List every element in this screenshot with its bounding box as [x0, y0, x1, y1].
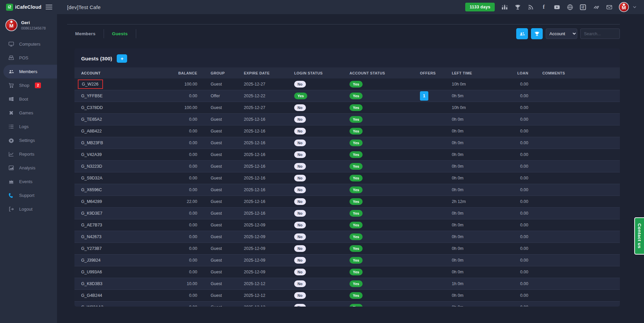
account-status-pill[interactable]: Yes: [350, 292, 363, 299]
table-row[interactable]: G_C378DD100.00Guest2025-12-27NoYes10h 0m…: [74, 102, 620, 114]
sidebar-item-support[interactable]: Support: [0, 189, 57, 202]
login-status-pill[interactable]: No: [294, 210, 306, 217]
account-name[interactable]: G_J39824: [81, 258, 101, 263]
sidebar-item-logs[interactable]: Logs: [0, 120, 57, 133]
account-name[interactable]: G_K8D3B3: [81, 281, 102, 286]
login-status-pill[interactable]: No: [294, 116, 306, 123]
icafe-icon[interactable]: i2: [580, 4, 586, 10]
login-status-pill[interactable]: No: [294, 151, 306, 158]
login-status-pill[interactable]: No: [294, 269, 306, 275]
account-status-pill[interactable]: Yes: [350, 116, 363, 123]
table-row[interactable]: G_U993A60.00Guest2025-12-09NoYes0h 0m0.0…: [74, 266, 620, 278]
app-logo[interactable]: i2 iCafeCloud: [6, 4, 42, 11]
table-row[interactable]: G_N426730.00Guest2025-12-09NoYes0h 0m0.0…: [74, 231, 620, 243]
account-status-pill[interactable]: Yes: [350, 175, 363, 181]
account-name[interactable]: G_C378DD: [81, 105, 103, 110]
account-name[interactable]: G_K9D3E7: [81, 211, 102, 216]
account-status-pill[interactable]: Yes: [350, 186, 363, 193]
ranking-icon[interactable]: [501, 4, 508, 10]
table-row[interactable]: G_TE65A20.00Guest2025-12-16NoYes0h 0m0.0…: [74, 114, 620, 125]
facebook-icon[interactable]: f: [540, 4, 547, 10]
offers-count-badge[interactable]: 1: [420, 91, 428, 101]
account-name[interactable]: G_W22AA2: [81, 305, 103, 307]
account-name[interactable]: G_N3223D: [81, 164, 102, 169]
login-status-pill[interactable]: No: [294, 128, 306, 134]
table-row[interactable]: G_N3223D0.00Guest2025-12-16NoYes0h 0m0.0…: [74, 161, 620, 172]
table-row[interactable]: G_MB23FB0.00Guest2025-12-16NoYes0h 0m0.0…: [74, 137, 620, 149]
login-status-pill[interactable]: No: [294, 233, 306, 240]
table-row[interactable]: G_K8D3B310.00Guest2025-12-12NoYes1h 0m0.…: [74, 278, 620, 290]
login-status-pill[interactable]: No: [294, 198, 306, 205]
account-status-pill[interactable]: Yes: [350, 81, 363, 88]
login-status-pill[interactable]: No: [294, 257, 306, 264]
account-name[interactable]: G_A8B422: [81, 129, 102, 133]
add-guest-button[interactable]: +: [117, 54, 127, 63]
login-status-pill[interactable]: No: [294, 186, 306, 193]
table-row[interactable]: G_YFFB5E0.00Offer2025-12-22YesYes10h 5m0…: [74, 90, 620, 102]
table-row[interactable]: G_W22AA20.00Guest2025-12-12NoYes0h 0m0.0…: [74, 302, 620, 307]
chevron-down-icon[interactable]: [633, 5, 637, 9]
table-row[interactable]: G_G4B2440.00Guest2025-12-12NoYes0h 0m0.0…: [74, 290, 620, 302]
account-name[interactable]: G_N42673: [81, 234, 101, 239]
sidebar-item-reports[interactable]: Reports: [0, 147, 57, 161]
account-name[interactable]: G_S9D32A: [81, 176, 102, 180]
sidebar-user-block[interactable]: M Geri 008612345678: [0, 14, 57, 35]
tab-members[interactable]: Members: [67, 29, 104, 38]
account-status-pill[interactable]: Yes: [350, 198, 363, 205]
account-name-highlighted[interactable]: G_W226: [78, 79, 103, 89]
account-name[interactable]: G_MB23FB: [81, 141, 103, 145]
account-name[interactable]: G_TE65A2: [81, 117, 102, 122]
login-status-pill[interactable]: No: [294, 175, 306, 181]
account-status-pill[interactable]: Yes: [350, 128, 363, 134]
account-status-pill[interactable]: Yes: [350, 257, 363, 264]
hamburger-menu-icon[interactable]: [46, 5, 52, 9]
table-row[interactable]: G_X6596C0.00Guest2025-12-16NoYes0h 0m0.0…: [74, 184, 620, 196]
login-status-pill[interactable]: No: [294, 104, 306, 111]
license-days-badge[interactable]: 1133 days: [465, 3, 495, 11]
table-row[interactable]: G_K9D3E70.00Guest2025-12-16NoYes0h 0m0.0…: [74, 208, 620, 219]
account-name[interactable]: G_U993A6: [81, 270, 102, 274]
login-status-pill[interactable]: No: [294, 292, 306, 299]
offers-trophy-button[interactable]: [531, 28, 543, 39]
account-name[interactable]: G_X6596C: [81, 187, 102, 192]
sidebar-item-logout[interactable]: Logout: [0, 202, 57, 216]
sidebar-item-games[interactable]: Games: [0, 106, 57, 120]
account-status-pill[interactable]: Yes: [350, 245, 363, 252]
table-row[interactable]: G_W226100.00Guest2025-12-27NoYes10h 0m0.…: [74, 78, 620, 90]
sidebar-item-pos[interactable]: POS: [0, 51, 57, 65]
account-status-pill[interactable]: Yes: [350, 233, 363, 240]
sidebar-item-boot[interactable]: Boot: [0, 92, 57, 106]
globe-icon[interactable]: [567, 4, 573, 10]
account-name[interactable]: G_V42A39: [81, 152, 102, 157]
account-name[interactable]: G_AE7B73: [81, 223, 102, 227]
account-status-pill[interactable]: Yes: [350, 140, 363, 146]
table-row[interactable]: G_Y273B70.00Guest2025-12-09NoYes0h 0m0.0…: [74, 243, 620, 255]
sidebar-item-shop[interactable]: Shop2: [0, 78, 57, 92]
rss-icon[interactable]: [527, 4, 534, 10]
contact-us-button[interactable]: Contact us: [634, 217, 644, 255]
account-status-pill[interactable]: Yes: [350, 104, 363, 111]
user-avatar[interactable]: M: [619, 2, 629, 12]
mail-icon[interactable]: [606, 4, 612, 10]
account-status-pill[interactable]: Yes: [350, 93, 363, 99]
login-status-pill[interactable]: No: [294, 304, 306, 307]
account-status-pill[interactable]: Yes: [350, 304, 363, 307]
layers-icon[interactable]: [593, 4, 599, 10]
sidebar-item-members[interactable]: Members: [3, 65, 57, 78]
account-name[interactable]: G_G4B244: [81, 293, 102, 298]
account-status-pill[interactable]: Yes: [350, 269, 363, 275]
members-view-button[interactable]: [516, 28, 528, 39]
table-row[interactable]: G_A8B4220.00Guest2025-12-16NoYes0h 0m0.0…: [74, 125, 620, 137]
account-status-pill[interactable]: Yes: [350, 280, 363, 287]
sidebar-item-events[interactable]: Events: [0, 175, 57, 189]
table-row[interactable]: G_AE7B730.00Guest2025-12-09NoYes0h 0m0.0…: [74, 219, 620, 231]
login-status-pill[interactable]: No: [294, 245, 306, 252]
account-name[interactable]: G_M64289: [81, 199, 102, 204]
search-input[interactable]: [580, 29, 620, 39]
table-row[interactable]: G_V42A390.00Guest2025-12-16NoYes0h 0m0.0…: [74, 149, 620, 161]
account-name[interactable]: G_YFFB5E: [81, 94, 103, 98]
account-status-pill[interactable]: Yes: [350, 210, 363, 217]
login-status-pill[interactable]: No: [294, 280, 306, 287]
login-status-pill[interactable]: No: [294, 81, 306, 88]
login-status-pill[interactable]: Yes: [294, 93, 307, 99]
